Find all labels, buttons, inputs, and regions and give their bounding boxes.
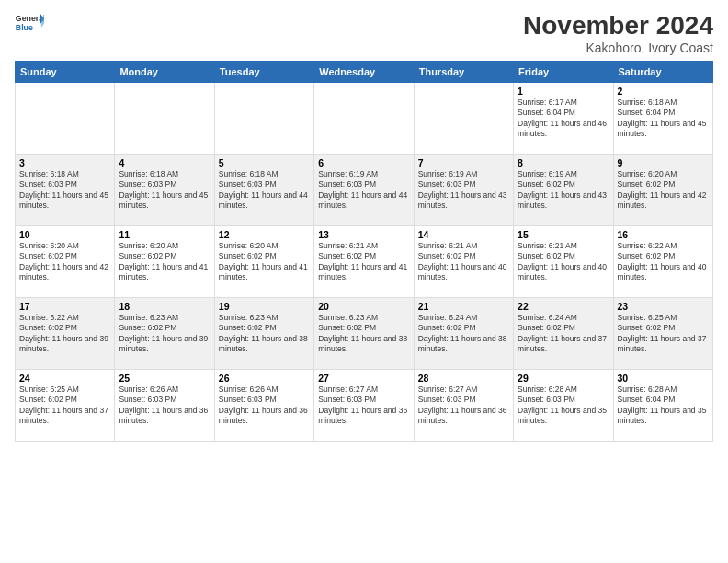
day-info: Sunrise: 6:22 AM Sunset: 6:02 PM Dayligh… bbox=[618, 241, 709, 283]
day-info: Sunrise: 6:26 AM Sunset: 6:03 PM Dayligh… bbox=[219, 385, 310, 427]
day-number: 7 bbox=[418, 157, 509, 168]
day-number: 1 bbox=[518, 86, 609, 97]
calendar-cell bbox=[414, 83, 513, 155]
calendar-cell: 8Sunrise: 6:19 AM Sunset: 6:02 PM Daylig… bbox=[514, 155, 613, 226]
day-info: Sunrise: 6:20 AM Sunset: 6:02 PM Dayligh… bbox=[119, 241, 210, 283]
day-number: 20 bbox=[318, 301, 409, 312]
logo-icon: General Blue bbox=[15, 11, 44, 37]
calendar-cell: 28Sunrise: 6:27 AM Sunset: 6:03 PM Dayli… bbox=[414, 370, 513, 442]
subtitle: Kakohoro, Ivory Coast bbox=[523, 40, 713, 55]
column-header-tuesday: Tuesday bbox=[214, 62, 313, 83]
calendar-cell: 2Sunrise: 6:18 AM Sunset: 6:04 PM Daylig… bbox=[613, 83, 712, 155]
day-info: Sunrise: 6:21 AM Sunset: 6:02 PM Dayligh… bbox=[418, 241, 509, 283]
calendar-cell: 26Sunrise: 6:26 AM Sunset: 6:03 PM Dayli… bbox=[214, 370, 313, 442]
day-info: Sunrise: 6:20 AM Sunset: 6:02 PM Dayligh… bbox=[19, 241, 110, 283]
calendar-cell: 30Sunrise: 6:28 AM Sunset: 6:04 PM Dayli… bbox=[613, 370, 712, 442]
calendar-cell: 4Sunrise: 6:18 AM Sunset: 6:03 PM Daylig… bbox=[115, 155, 214, 226]
header-row: SundayMondayTuesdayWednesdayThursdayFrid… bbox=[16, 62, 713, 83]
day-info: Sunrise: 6:23 AM Sunset: 6:02 PM Dayligh… bbox=[119, 313, 210, 355]
day-number: 10 bbox=[19, 229, 110, 240]
day-info: Sunrise: 6:23 AM Sunset: 6:02 PM Dayligh… bbox=[219, 313, 310, 355]
calendar-cell: 23Sunrise: 6:25 AM Sunset: 6:02 PM Dayli… bbox=[613, 298, 712, 370]
week-row-1: 1Sunrise: 6:17 AM Sunset: 6:04 PM Daylig… bbox=[16, 83, 713, 155]
day-info: Sunrise: 6:18 AM Sunset: 6:03 PM Dayligh… bbox=[219, 169, 310, 212]
day-number: 30 bbox=[618, 373, 709, 384]
day-info: Sunrise: 6:19 AM Sunset: 6:03 PM Dayligh… bbox=[318, 169, 409, 212]
day-number: 5 bbox=[219, 157, 310, 168]
calendar-cell bbox=[214, 83, 313, 155]
week-row-3: 10Sunrise: 6:20 AM Sunset: 6:02 PM Dayli… bbox=[16, 226, 713, 298]
calendar-cell bbox=[314, 83, 414, 155]
day-info: Sunrise: 6:21 AM Sunset: 6:02 PM Dayligh… bbox=[518, 241, 609, 283]
day-number: 24 bbox=[19, 373, 110, 384]
day-number: 22 bbox=[518, 301, 609, 312]
calendar-cell: 27Sunrise: 6:27 AM Sunset: 6:03 PM Dayli… bbox=[314, 370, 414, 442]
day-info: Sunrise: 6:27 AM Sunset: 6:03 PM Dayligh… bbox=[418, 385, 509, 427]
day-number: 8 bbox=[518, 157, 609, 168]
day-number: 26 bbox=[219, 373, 310, 384]
day-number: 25 bbox=[119, 373, 210, 384]
column-header-friday: Friday bbox=[514, 62, 613, 83]
main-title: November 2024 bbox=[523, 11, 713, 40]
column-header-thursday: Thursday bbox=[414, 62, 513, 83]
calendar-cell: 12Sunrise: 6:20 AM Sunset: 6:02 PM Dayli… bbox=[214, 226, 313, 298]
day-number: 6 bbox=[318, 157, 409, 168]
week-row-2: 3Sunrise: 6:18 AM Sunset: 6:03 PM Daylig… bbox=[16, 155, 713, 226]
calendar-cell: 9Sunrise: 6:20 AM Sunset: 6:02 PM Daylig… bbox=[613, 155, 712, 226]
day-number: 12 bbox=[219, 229, 310, 240]
day-number: 18 bbox=[119, 301, 210, 312]
day-number: 4 bbox=[119, 157, 210, 168]
day-number: 16 bbox=[618, 229, 709, 240]
header: General Blue November 2024 Kakohoro, Ivo… bbox=[15, 11, 713, 55]
calendar-cell bbox=[16, 83, 115, 155]
day-info: Sunrise: 6:23 AM Sunset: 6:02 PM Dayligh… bbox=[318, 313, 409, 355]
calendar-cell: 19Sunrise: 6:23 AM Sunset: 6:02 PM Dayli… bbox=[214, 298, 313, 370]
day-info: Sunrise: 6:20 AM Sunset: 6:02 PM Dayligh… bbox=[618, 169, 709, 212]
calendar-cell: 13Sunrise: 6:21 AM Sunset: 6:02 PM Dayli… bbox=[314, 226, 414, 298]
title-area: November 2024 Kakohoro, Ivory Coast bbox=[523, 11, 713, 55]
day-info: Sunrise: 6:24 AM Sunset: 6:02 PM Dayligh… bbox=[418, 313, 509, 355]
calendar-cell bbox=[115, 83, 214, 155]
calendar-cell: 20Sunrise: 6:23 AM Sunset: 6:02 PM Dayli… bbox=[314, 298, 414, 370]
calendar-cell: 29Sunrise: 6:28 AM Sunset: 6:03 PM Dayli… bbox=[514, 370, 613, 442]
day-number: 19 bbox=[219, 301, 310, 312]
day-number: 21 bbox=[418, 301, 509, 312]
svg-text:Blue: Blue bbox=[16, 23, 33, 32]
day-info: Sunrise: 6:18 AM Sunset: 6:03 PM Dayligh… bbox=[119, 169, 210, 212]
day-number: 3 bbox=[19, 157, 110, 168]
day-info: Sunrise: 6:25 AM Sunset: 6:02 PM Dayligh… bbox=[19, 385, 110, 427]
day-number: 29 bbox=[518, 373, 609, 384]
day-info: Sunrise: 6:27 AM Sunset: 6:03 PM Dayligh… bbox=[318, 385, 409, 427]
day-number: 2 bbox=[618, 86, 709, 97]
day-number: 11 bbox=[119, 229, 210, 240]
column-header-monday: Monday bbox=[115, 62, 214, 83]
day-info: Sunrise: 6:18 AM Sunset: 6:03 PM Dayligh… bbox=[19, 169, 110, 212]
day-info: Sunrise: 6:19 AM Sunset: 6:03 PM Dayligh… bbox=[418, 169, 509, 212]
day-info: Sunrise: 6:22 AM Sunset: 6:02 PM Dayligh… bbox=[19, 313, 110, 355]
column-header-wednesday: Wednesday bbox=[314, 62, 414, 83]
logo: General Blue bbox=[15, 11, 44, 37]
calendar-cell: 24Sunrise: 6:25 AM Sunset: 6:02 PM Dayli… bbox=[16, 370, 115, 442]
day-number: 27 bbox=[318, 373, 409, 384]
column-header-sunday: Sunday bbox=[16, 62, 115, 83]
day-info: Sunrise: 6:26 AM Sunset: 6:03 PM Dayligh… bbox=[119, 385, 210, 427]
calendar-cell: 22Sunrise: 6:24 AM Sunset: 6:02 PM Dayli… bbox=[514, 298, 613, 370]
day-info: Sunrise: 6:19 AM Sunset: 6:02 PM Dayligh… bbox=[518, 169, 609, 212]
calendar-cell: 14Sunrise: 6:21 AM Sunset: 6:02 PM Dayli… bbox=[414, 226, 513, 298]
calendar-cell: 5Sunrise: 6:18 AM Sunset: 6:03 PM Daylig… bbox=[214, 155, 313, 226]
day-number: 15 bbox=[518, 229, 609, 240]
day-info: Sunrise: 6:20 AM Sunset: 6:02 PM Dayligh… bbox=[219, 241, 310, 283]
calendar-cell: 7Sunrise: 6:19 AM Sunset: 6:03 PM Daylig… bbox=[414, 155, 513, 226]
calendar-cell: 10Sunrise: 6:20 AM Sunset: 6:02 PM Dayli… bbox=[16, 226, 115, 298]
calendar-cell: 3Sunrise: 6:18 AM Sunset: 6:03 PM Daylig… bbox=[16, 155, 115, 226]
day-info: Sunrise: 6:17 AM Sunset: 6:04 PM Dayligh… bbox=[518, 98, 609, 140]
day-number: 17 bbox=[19, 301, 110, 312]
day-info: Sunrise: 6:28 AM Sunset: 6:04 PM Dayligh… bbox=[618, 385, 709, 427]
day-info: Sunrise: 6:24 AM Sunset: 6:02 PM Dayligh… bbox=[518, 313, 609, 355]
page: General Blue November 2024 Kakohoro, Ivo… bbox=[0, 0, 728, 563]
day-number: 14 bbox=[418, 229, 509, 240]
day-info: Sunrise: 6:18 AM Sunset: 6:04 PM Dayligh… bbox=[618, 98, 709, 140]
calendar-cell: 15Sunrise: 6:21 AM Sunset: 6:02 PM Dayli… bbox=[514, 226, 613, 298]
day-info: Sunrise: 6:25 AM Sunset: 6:02 PM Dayligh… bbox=[618, 313, 709, 355]
week-row-4: 17Sunrise: 6:22 AM Sunset: 6:02 PM Dayli… bbox=[16, 298, 713, 370]
